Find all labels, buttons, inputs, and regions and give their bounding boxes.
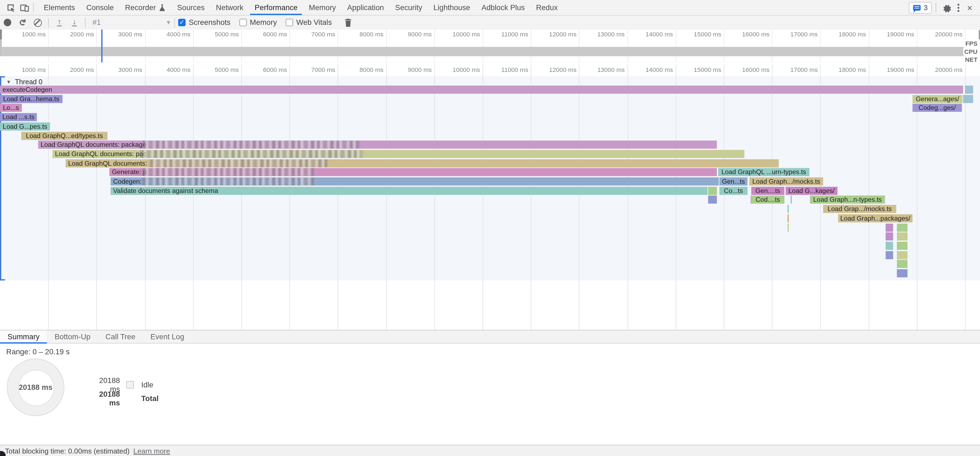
- timeline-overview[interactable]: 1000 ms2000 ms3000 ms4000 ms5000 ms6000 …: [0, 29, 980, 63]
- details-tab-bottom-up[interactable]: Bottom-Up: [47, 330, 98, 343]
- tab-performance[interactable]: Performance: [249, 0, 303, 15]
- inspect-element-icon[interactable]: [4, 2, 18, 13]
- flame-event-block[interactable]: [791, 196, 792, 204]
- flame-event-block[interactable]: [708, 186, 717, 195]
- flame-event-block[interactable]: [897, 232, 908, 241]
- checkbox-screenshots[interactable]: ✓Screenshots: [178, 18, 230, 27]
- overview-window-marker[interactable]: [101, 29, 103, 62]
- flame-event[interactable]: Cod....ts: [751, 196, 784, 204]
- more-options-kebab-icon[interactable]: [954, 2, 963, 13]
- flame-event-block[interactable]: [708, 196, 717, 204]
- tab-label: Elements: [44, 3, 75, 12]
- flame-event-label: Genera...ages/: [916, 95, 959, 102]
- flame-event[interactable]: Lo...s: [0, 104, 22, 112]
- flame-event[interactable]: Generate: p: [110, 168, 717, 176]
- history-dropdown[interactable]: #1 ▼: [89, 18, 172, 27]
- load-profile-button[interactable]: ↑: [52, 16, 67, 29]
- flame-event-block[interactable]: [886, 251, 893, 259]
- collapse-triangle-icon[interactable]: ▼: [6, 79, 11, 85]
- checkbox-unchecked-icon[interactable]: [239, 19, 247, 26]
- close-devtools-icon[interactable]: ×: [963, 3, 976, 12]
- flame-event-block[interactable]: [788, 205, 789, 213]
- learn-more-link[interactable]: Learn more: [134, 447, 170, 454]
- tab-memory[interactable]: Memory: [303, 0, 342, 15]
- clear-recording-button[interactable]: [30, 16, 45, 29]
- divider: [85, 18, 86, 27]
- flame-event-block[interactable]: [897, 251, 908, 259]
- details-tab-label: Summary: [7, 332, 40, 341]
- ruler-tick-label: 3000 ms: [86, 66, 142, 73]
- flame-event[interactable]: Load Graph...packages/: [838, 214, 912, 222]
- flame-event[interactable]: Load G...pes.ts: [0, 122, 50, 130]
- flame-event-block[interactable]: [788, 214, 789, 222]
- delete-recording-trash-icon[interactable]: [341, 16, 356, 29]
- flame-event[interactable]: Validate documents against schema: [111, 186, 708, 195]
- flame-event-block[interactable]: [897, 223, 908, 232]
- flame-event-block[interactable]: [886, 232, 893, 241]
- legend-swatch: [126, 381, 134, 388]
- reload-and-record-button[interactable]: ↻: [15, 16, 30, 29]
- flame-event[interactable]: Load GraphQ...ed/types.ts: [21, 132, 107, 140]
- device-toolbar-icon[interactable]: [18, 2, 31, 13]
- gridline: [145, 64, 145, 330]
- flame-event-block[interactable]: [963, 95, 973, 103]
- gridline: [338, 64, 338, 330]
- flame-event[interactable]: Co...ts: [719, 186, 748, 195]
- overview-tick-label: 7000 ms: [279, 31, 335, 37]
- flame-event[interactable]: Load Graph...n-types.ts: [810, 196, 885, 204]
- flame-event-block[interactable]: [886, 242, 893, 250]
- checkbox-unchecked-icon[interactable]: [286, 19, 293, 26]
- ruler-tick-label: 13000 ms: [568, 66, 625, 73]
- checkbox-memory[interactable]: Memory: [239, 18, 277, 27]
- tab-console[interactable]: Console: [81, 0, 119, 15]
- flame-chart[interactable]: 1000 ms2000 ms3000 ms4000 ms5000 ms6000 …: [0, 62, 980, 330]
- flame-event-block[interactable]: [897, 269, 908, 278]
- tab-label: Console: [86, 3, 114, 12]
- flame-event-block[interactable]: [897, 260, 908, 268]
- gridline: [48, 64, 49, 330]
- tab-lighthouse[interactable]: Lighthouse: [428, 0, 476, 15]
- tab-sources[interactable]: Sources: [172, 0, 210, 15]
- flame-event[interactable]: Load GraphQL ...urn-types.ts: [718, 168, 810, 176]
- flame-event[interactable]: Load Graph.../mocks.ts: [749, 178, 823, 186]
- flame-event[interactable]: Load GraphQL documents:: [65, 159, 779, 167]
- flame-event[interactable]: Load G...kages/: [786, 186, 838, 195]
- tab-application[interactable]: Application: [342, 0, 390, 15]
- flame-event-block[interactable]: [965, 86, 973, 94]
- tab-network[interactable]: Network: [210, 0, 249, 15]
- flame-event-block[interactable]: [886, 223, 893, 232]
- details-tab-event-log[interactable]: Event Log: [143, 330, 192, 343]
- issues-counter-button[interactable]: 3: [908, 2, 932, 13]
- flame-event-block[interactable]: [897, 242, 908, 250]
- thread-track-header[interactable]: ▼ Thread 0: [6, 78, 42, 86]
- flame-event-block[interactable]: [788, 223, 789, 232]
- gridline: [290, 64, 290, 330]
- overview-scrollbar-thumb[interactable]: [978, 30, 980, 40]
- flame-event[interactable]: Load ...s.ts: [0, 113, 37, 121]
- flame-event[interactable]: Gen....ts: [751, 186, 784, 195]
- record-button[interactable]: [0, 16, 15, 29]
- overview-left-handle[interactable]: [0, 29, 2, 40]
- flame-event[interactable]: executeCodegen: [0, 86, 963, 94]
- save-profile-button[interactable]: ↓: [67, 16, 82, 29]
- checkbox-web-vitals[interactable]: Web Vitals: [286, 18, 332, 27]
- tab-label: Lighthouse: [433, 3, 470, 12]
- checkbox-checked-icon[interactable]: ✓: [178, 19, 185, 26]
- tab-elements[interactable]: Elements: [38, 0, 80, 15]
- flame-event[interactable]: Codeg...ges/: [912, 104, 962, 112]
- flame-event[interactable]: Genera...ages/: [912, 95, 963, 103]
- tab-recorder[interactable]: Recorder: [119, 0, 172, 15]
- flame-event[interactable]: Load Gra...hema.ts: [0, 95, 63, 103]
- details-tab-label: Event Log: [150, 332, 184, 341]
- tab-redux[interactable]: Redux: [530, 0, 563, 15]
- settings-gear-icon[interactable]: [940, 2, 954, 13]
- flame-event[interactable]: Load Grap.../mocks.ts: [823, 205, 896, 213]
- flame-event[interactable]: Load GraphQL documents: package: [38, 141, 717, 149]
- flame-event[interactable]: Codegen:: [111, 178, 719, 186]
- flame-event[interactable]: Load GraphQL documents: pac: [52, 150, 744, 158]
- details-tab-call-tree[interactable]: Call Tree: [98, 330, 143, 343]
- details-tab-summary[interactable]: Summary: [0, 330, 47, 343]
- tab-adblock-plus[interactable]: Adblock Plus: [476, 0, 530, 15]
- flame-event[interactable]: Gen...ts: [719, 178, 748, 186]
- tab-security[interactable]: Security: [390, 0, 428, 15]
